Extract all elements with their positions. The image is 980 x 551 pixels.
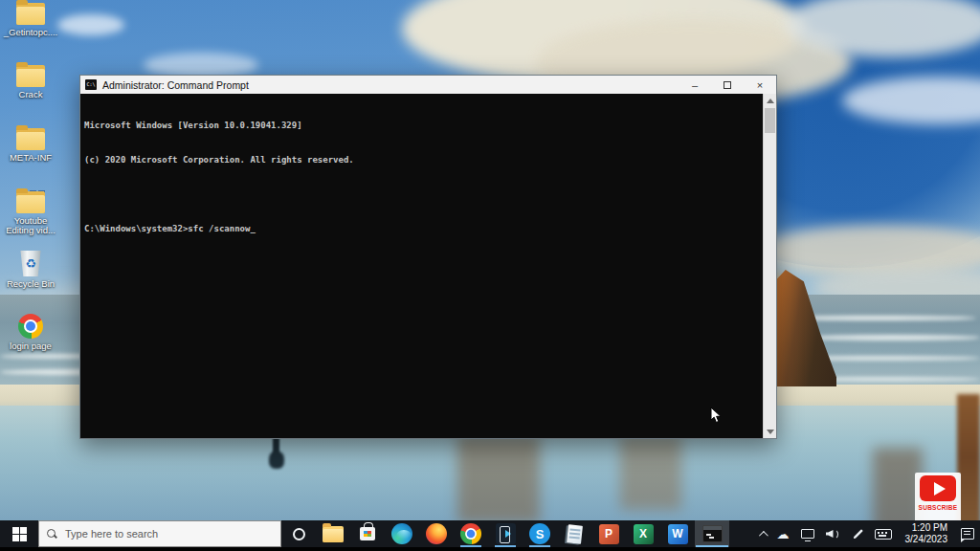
taskbar: Type here to search S P X W ☁ 1:20 PM 3/… (0, 520, 980, 547)
start-button[interactable] (0, 520, 38, 547)
taskbar-your-phone[interactable] (488, 520, 523, 547)
taskbar-skype[interactable]: S (523, 520, 557, 547)
tray-touch-keyboard[interactable] (869, 520, 898, 547)
tray-onedrive[interactable]: ☁ (771, 520, 795, 547)
word-icon: W (668, 524, 688, 544)
desktop-icon-label: Recycle Bin (7, 279, 55, 289)
console-line (84, 188, 763, 200)
action-center-icon (961, 528, 974, 540)
search-placeholder: Type here to search (65, 528, 158, 540)
wallpaper-rock-reflection (620, 435, 681, 510)
notepad-icon (567, 524, 583, 543)
chrome-icon (460, 523, 481, 544)
minimize-button[interactable]: – (679, 76, 711, 94)
system-tray: ☁ 1:20 PM 3/24/2023 (753, 520, 980, 547)
tray-ink-workspace[interactable] (845, 520, 869, 547)
scrollbar-thumb[interactable] (765, 108, 775, 133)
folder-files-icon (16, 191, 45, 213)
taskbar-clock[interactable]: 1:20 PM 3/24/2023 (898, 522, 956, 545)
cortana-button[interactable] (281, 520, 316, 547)
edge-icon (391, 523, 412, 544)
taskbar-powerpoint[interactable]: P (591, 520, 626, 547)
folder-icon (16, 3, 45, 25)
screen-bottom-border (0, 547, 980, 551)
taskbar-command-prompt[interactable] (695, 520, 729, 547)
desktop-icon-label: login page (10, 342, 52, 351)
desktop-icon-meta-inf[interactable]: META-INF (2, 128, 59, 163)
taskbar-notepad[interactable] (557, 520, 591, 547)
window-controls: – × (679, 76, 776, 94)
pen-icon (851, 528, 863, 540)
skype-icon: S (529, 523, 550, 544)
taskbar-firefox[interactable] (419, 520, 454, 547)
store-icon (360, 527, 375, 540)
cmd-app-icon: C:\ (85, 79, 97, 90)
clock-time: 1:20 PM (912, 522, 947, 534)
wallpaper-rock-reflection (457, 435, 540, 523)
file-explorer-icon (323, 526, 344, 542)
cmd-titlebar[interactable]: C:\ Administrator: Command Prompt (80, 76, 776, 94)
action-center-button[interactable] (955, 520, 980, 547)
wallpaper-person-reflection (269, 452, 284, 469)
taskbar-excel[interactable]: X (626, 520, 660, 547)
network-icon (801, 529, 814, 539)
desktop-icon-label: META-INF (10, 153, 52, 163)
taskbar-chrome[interactable] (454, 520, 488, 547)
taskbar-file-explorer[interactable] (316, 520, 350, 547)
taskbar-edge[interactable] (385, 520, 419, 547)
scroll-up-arrow[interactable] (764, 94, 777, 107)
powerpoint-icon: P (599, 524, 619, 544)
close-button[interactable]: × (744, 76, 776, 94)
command-prompt-icon (702, 525, 723, 542)
maximize-icon (724, 81, 731, 89)
chrome-icon (18, 314, 43, 339)
subscribe-label: SUBSCRIBE (919, 504, 958, 511)
folder-icon (16, 65, 45, 87)
taskbar-search-input[interactable]: Type here to search (38, 520, 281, 547)
firefox-icon (426, 523, 447, 544)
desktop-icon-recycle-bin[interactable]: ♻ Recycle Bin (2, 251, 59, 289)
taskbar-word[interactable]: W (660, 520, 695, 547)
taskbar-apps: S P X W (316, 520, 729, 547)
speaker-icon (826, 528, 839, 540)
console-prompt-line: C:\Windows\system32>sfc /scannow_ (84, 223, 763, 234)
windows-logo-icon (12, 527, 27, 541)
desktop-icon-label: Youtube Editing vid... (2, 216, 59, 235)
keyboard-icon (875, 529, 892, 540)
clock-date: 3/24/2023 (905, 534, 948, 545)
maximize-button[interactable] (711, 76, 744, 94)
wallpaper-cloud (57, 14, 124, 35)
subscribe-button[interactable]: SUBSCRIBE (915, 473, 961, 523)
console-line: Microsoft Windows [Version 10.0.19041.32… (84, 120, 763, 131)
desktop-icon-youtube-editing[interactable]: Youtube Editing vid... (2, 191, 59, 235)
tray-network[interactable] (795, 520, 820, 547)
window-title: Administrator: Command Prompt (102, 79, 249, 91)
cloud-icon: ☁ (777, 528, 790, 540)
text-cursor: _ (250, 223, 255, 234)
desktop-icon-login-page[interactable]: login page (2, 314, 59, 351)
search-icon (47, 529, 57, 540)
desktop-icon-crack[interactable]: Crack (2, 65, 59, 99)
phone-icon (496, 523, 516, 544)
taskbar-microsoft-store[interactable] (350, 520, 385, 547)
scrollbar[interactable] (763, 94, 776, 438)
youtube-play-icon (920, 475, 956, 501)
cortana-icon (293, 528, 305, 540)
excel-icon: X (634, 524, 654, 544)
scroll-down-arrow[interactable] (764, 425, 777, 438)
tray-volume[interactable] (820, 520, 845, 547)
desktop-icon-getintopc[interactable]: _Getintopc.... (2, 3, 59, 37)
folder-icon (16, 128, 45, 150)
desktop-icon-label: _Getintopc.... (4, 28, 58, 37)
recycle-bin-icon: ♻ (19, 251, 42, 276)
console-output[interactable]: Microsoft Windows [Version 10.0.19041.32… (80, 94, 763, 438)
desktop-icon-label: Crack (19, 90, 43, 99)
cmd-window: C:\ Administrator: Command Prompt – × Mi… (79, 75, 777, 439)
chevron-up-icon (758, 530, 768, 540)
console-line: (c) 2020 Microsoft Corporation. All righ… (84, 154, 763, 165)
tray-show-hidden-icons[interactable] (753, 520, 771, 547)
